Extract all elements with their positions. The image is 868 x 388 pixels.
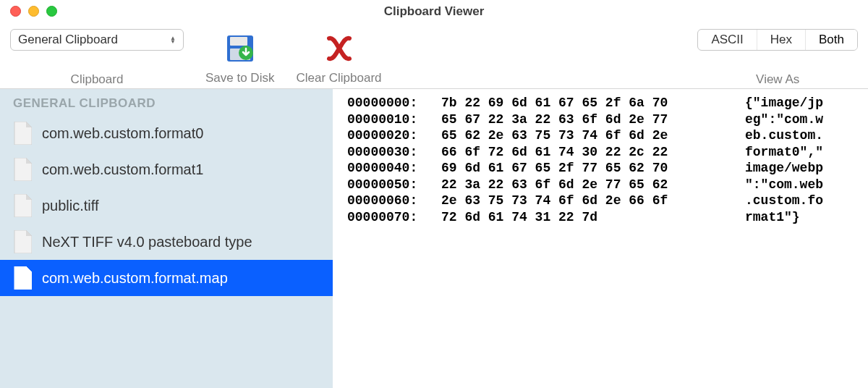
hex-bytes: 72 6d 61 74 31 22 7d [441,209,745,226]
save-button[interactable] [221,29,260,68]
hex-bytes: 2e 63 75 73 74 6f 6d 2e 66 6f [441,193,745,209]
hex-row: 00000050:22 3a 22 63 6f 6d 2e 77 65 62":… [347,177,854,193]
clear-label: Clear Clipboard [296,71,381,85]
view-as-segmented: ASCII Hex Both [697,29,858,51]
hex-offset: 00000050: [347,177,441,193]
hex-row: 00000060:2e 63 75 73 74 6f 6d 2e 66 6f.c… [347,193,854,209]
sidebar-header: GENERAL CLIPBOARD [0,96,333,115]
segment-ascii[interactable]: ASCII [698,30,757,50]
hex-bytes: 7b 22 69 6d 61 67 65 2f 6a 70 [441,95,745,111]
hex-bytes: 66 6f 72 6d 61 74 30 22 2c 22 [441,144,745,161]
app-window: Clipboard Viewer General Clipboard ▲▼ Cl… [0,0,868,388]
hex-ascii: {"image/jp [745,95,823,111]
file-icon [13,230,32,253]
hex-row: 00000000:7b 22 69 6d 61 67 65 2f 6a 70{"… [347,95,854,111]
x-icon [325,34,354,63]
floppy-disk-icon [224,33,256,64]
sidebar-item-label: com.web.custom.format1 [42,161,203,178]
segment-hex[interactable]: Hex [757,30,806,50]
hex-offset: 00000060: [347,193,441,209]
file-icon [13,158,32,181]
file-icon [13,266,32,290]
titlebar: Clipboard Viewer [0,0,868,23]
clipboard-group: General Clipboard ▲▼ Clipboard [10,29,184,87]
hex-view: 00000000:7b 22 69 6d 61 67 65 2f 6a 70{"… [333,89,868,388]
maximize-button[interactable] [46,6,57,17]
hex-row: 00000070:72 6d 61 74 31 22 7drmat1"} [347,209,854,226]
clear-group: Clear Clipboard [296,29,381,85]
hex-row: 00000020:65 62 2e 63 75 73 74 6f 6d 2eeb… [347,127,854,144]
minimize-button[interactable] [28,6,39,17]
sidebar-item[interactable]: com.web.custom.format1 [0,151,333,187]
svg-rect-1 [230,37,247,46]
content: GENERAL CLIPBOARD com.web.custom.format0… [0,88,868,388]
file-icon [13,122,32,145]
hex-ascii: eg":"com.w [745,111,823,128]
popup-arrows-icon: ▲▼ [170,36,176,43]
view-as-group: ASCII Hex Both View As [697,29,858,87]
hex-ascii: ":"com.web [745,177,823,193]
hex-offset: 00000030: [347,144,441,161]
hex-offset: 00000040: [347,160,441,177]
sidebar-item-label: NeXT TIFF v4.0 pasteboard type [42,234,252,250]
hex-ascii: format0"," [745,144,823,161]
hex-ascii: eb.custom. [745,127,823,144]
clipboard-label: Clipboard [71,72,124,87]
view-as-label: View As [756,72,799,87]
save-group: Save to Disk [205,29,274,85]
clipboard-selector[interactable]: General Clipboard ▲▼ [10,29,184,51]
hex-row: 00000030:66 6f 72 6d 61 74 30 22 2c 22fo… [347,144,854,161]
hex-ascii: rmat1"} [745,209,800,226]
hex-row: 00000010:65 67 22 3a 22 63 6f 6d 2e 77eg… [347,111,854,128]
hex-row: 00000040:69 6d 61 67 65 2f 77 65 62 70im… [347,160,854,177]
sidebar-item[interactable]: com.web.custom.format0 [0,115,333,151]
clear-button[interactable] [320,29,359,68]
hex-bytes: 22 3a 22 63 6f 6d 2e 77 65 62 [441,177,745,193]
hex-offset: 00000000: [347,95,441,111]
close-button[interactable] [10,6,21,17]
sidebar-item[interactable]: public.tiff [0,187,333,224]
sidebar-item[interactable]: com.web.custom.format.map [0,260,333,296]
hex-ascii: image/webp [745,160,823,177]
hex-offset: 00000020: [347,127,441,144]
hex-offset: 00000070: [347,209,441,226]
sidebar-item-label: public.tiff [42,198,99,214]
hex-bytes: 69 6d 61 67 65 2f 77 65 62 70 [441,160,745,177]
segment-both[interactable]: Both [806,30,857,50]
save-label: Save to Disk [205,71,274,85]
hex-bytes: 65 67 22 3a 22 63 6f 6d 2e 77 [441,111,745,128]
sidebar-item-label: com.web.custom.format0 [42,125,203,142]
sidebar-item-label: com.web.custom.format.map [42,270,228,287]
sidebar-item[interactable]: NeXT TIFF v4.0 pasteboard type [0,224,333,260]
hex-ascii: .custom.fo [745,193,823,209]
window-title: Clipboard Viewer [0,4,868,19]
traffic-lights [10,6,57,17]
clipboard-selector-value: General Clipboard [18,33,118,47]
file-icon [13,194,32,217]
hex-bytes: 65 62 2e 63 75 73 74 6f 6d 2e [441,127,745,144]
toolbar: General Clipboard ▲▼ Clipboard Save to D… [0,23,868,88]
hex-offset: 00000010: [347,111,441,128]
sidebar: GENERAL CLIPBOARD com.web.custom.format0… [0,89,333,388]
